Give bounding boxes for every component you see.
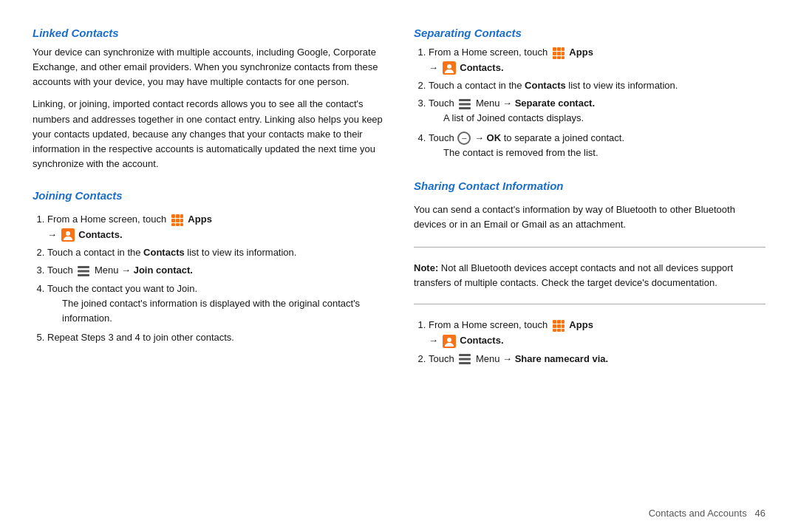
svg-rect-1: [176, 214, 180, 218]
footer-page: 46: [755, 508, 765, 519]
contact-icon-3: [442, 334, 457, 349]
joining-step-3: Touch Menu → Join contact.: [47, 263, 384, 278]
svg-rect-17: [553, 52, 556, 55]
svg-rect-41: [459, 362, 471, 364]
svg-rect-0: [171, 214, 175, 218]
svg-rect-6: [171, 223, 175, 226]
svg-rect-19: [562, 52, 565, 55]
joining-step-4: Touch the contact you want to Join. The …: [47, 282, 384, 326]
menu-icon-1: [76, 265, 91, 278]
svg-rect-29: [557, 320, 561, 324]
svg-rect-7: [176, 223, 180, 226]
sharing-para: You can send a contact's information by …: [414, 202, 765, 232]
note-bold: Note:: [414, 262, 438, 273]
svg-rect-14: [553, 47, 556, 51]
page: Linked Contacts Your device can synchron…: [0, 0, 798, 532]
minus-icon: [457, 132, 471, 145]
note-box: Note: Not all Bluetooth devices accept c…: [414, 261, 765, 290]
linked-para1: Your device can synchronize with multipl…: [33, 45, 384, 89]
sep-step-4: Touch → OK to separate a joined contact.…: [429, 131, 765, 160]
share-step-2: Touch Menu → Share namecard via.: [429, 352, 765, 366]
separating-steps-list: From a Home screen, touch Apps: [414, 45, 765, 165]
step1-arrow: →: [47, 229, 60, 240]
sep-step-1: From a Home screen, touch Apps: [429, 45, 765, 75]
joining-step-1: From a Home screen, touch Apps: [47, 212, 384, 242]
svg-point-10: [66, 231, 70, 236]
sharing-steps-list: From a Home screen, touch Apps: [414, 318, 765, 369]
svg-rect-33: [562, 324, 565, 328]
svg-rect-40: [459, 358, 471, 361]
menu-icon-2: [457, 98, 472, 111]
contact-icon-1: [61, 228, 75, 242]
svg-rect-2: [180, 214, 183, 218]
footer-text: Contacts and Accounts: [649, 508, 747, 519]
svg-rect-28: [553, 320, 556, 324]
svg-rect-5: [180, 219, 183, 222]
svg-rect-13: [78, 274, 89, 276]
sep-step-2: Touch a contact in the Contacts list to …: [429, 78, 765, 93]
step1-apps-label: Apps: [188, 214, 212, 225]
svg-rect-27: [459, 107, 471, 109]
svg-rect-3: [171, 219, 175, 222]
svg-rect-16: [562, 47, 565, 51]
sharing-contact-title: Sharing Contact Information: [414, 180, 765, 192]
separating-contacts-title: Separating Contacts: [414, 27, 765, 39]
svg-rect-39: [459, 354, 471, 356]
linked-contacts-title: Linked Contacts: [33, 27, 384, 39]
joining-step-2: Touch a contact in the Contacts list to …: [47, 245, 384, 260]
svg-rect-34: [553, 329, 556, 332]
right-column: Separating Contacts From a Home screen, …: [414, 27, 765, 510]
svg-rect-30: [562, 320, 565, 324]
svg-rect-4: [176, 219, 180, 222]
step1-contacts-label: Contacts: [78, 229, 120, 240]
svg-rect-18: [557, 52, 561, 55]
svg-rect-20: [553, 56, 556, 59]
contact-icon-2: [442, 61, 457, 75]
sep-step4-sub: The contact is removed from the list.: [443, 146, 765, 160]
svg-rect-32: [557, 324, 561, 328]
svg-rect-15: [557, 47, 561, 51]
svg-rect-31: [553, 324, 556, 328]
divider-bottom: [414, 304, 765, 304]
step1-pre: From a Home screen, touch: [47, 214, 169, 225]
joining-steps-list: From a Home screen, touch Apps: [33, 212, 384, 348]
apps-icon-2: [551, 46, 566, 61]
svg-rect-26: [459, 103, 471, 105]
sep-step3-sub: A list of Joined contacts displays.: [443, 111, 765, 126]
svg-point-38: [447, 338, 451, 342]
svg-rect-12: [78, 270, 89, 272]
svg-rect-36: [562, 329, 565, 332]
joining-step-5: Repeat Steps 3 and 4 to join other conta…: [47, 330, 384, 345]
svg-rect-8: [180, 223, 183, 226]
apps-icon-1: [170, 213, 185, 228]
svg-rect-25: [459, 99, 471, 101]
apps-icon-3: [551, 318, 566, 333]
footer: Contacts and Accounts 46: [649, 508, 765, 519]
share-step-1: From a Home screen, touch Apps: [429, 318, 765, 348]
left-column: Linked Contacts Your device can synchron…: [33, 27, 384, 510]
step4-sub: The joined contact's information is disp…: [62, 296, 384, 326]
joining-contacts-title: Joining Contacts: [33, 189, 384, 202]
note-text: Not all Bluetooth devices accept contact…: [414, 262, 733, 288]
svg-point-24: [447, 64, 451, 69]
svg-rect-22: [562, 56, 565, 59]
sep-step-3: Touch Menu → Separate contact. A list of…: [429, 96, 765, 126]
linked-para2: Linking, or joining, imported contact re…: [33, 97, 384, 171]
menu-icon-3: [457, 352, 472, 366]
svg-rect-35: [557, 329, 561, 332]
svg-rect-11: [78, 266, 89, 268]
svg-rect-21: [557, 56, 561, 59]
divider-top: [414, 247, 765, 248]
